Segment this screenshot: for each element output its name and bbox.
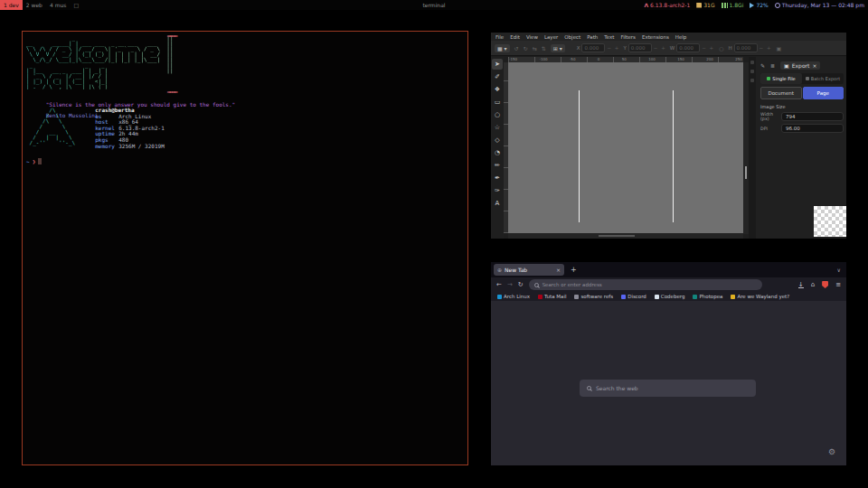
box-3d-tool[interactable]: ◇ bbox=[492, 135, 503, 145]
coordinate-field[interactable]: Y 0.000 − + bbox=[623, 43, 665, 52]
rotate-cw-icon[interactable]: ↻ bbox=[524, 45, 528, 52]
node-tool[interactable]: ✐ bbox=[492, 71, 503, 82]
stepper-buttons[interactable]: − + bbox=[760, 45, 772, 51]
forward-icon[interactable]: → bbox=[507, 281, 513, 288]
stepper-buttons[interactable]: − + bbox=[654, 45, 666, 51]
home-icon[interactable]: ⌂ bbox=[811, 281, 815, 288]
exclamation-cap-top: ════ bbox=[167, 33, 176, 39]
menu-item[interactable]: Help bbox=[675, 34, 687, 40]
pen-tool[interactable]: ✒ bbox=[492, 173, 503, 183]
snap-option-icon[interactable] bbox=[750, 79, 754, 82]
page-border-line bbox=[579, 90, 580, 222]
rotate-ccw-icon[interactable]: ↺ bbox=[514, 45, 519, 52]
url-placeholder: Search or enter address bbox=[542, 282, 602, 287]
bookmarks-bar: Arch Linux Tuta Mail software refs Disco… bbox=[491, 292, 846, 301]
export-panel-tab[interactable]: ▣ Export × bbox=[780, 61, 820, 70]
lock-ratio-icon[interactable]: ○ bbox=[719, 45, 723, 52]
selector-mode-dropdown[interactable]: ▦ ▾ bbox=[495, 44, 510, 52]
search-icon bbox=[587, 386, 591, 390]
browser-nav-bar: ← → ↻ Search or enter address ↓ ⌂ ≡ bbox=[491, 277, 846, 292]
scale-options-icon[interactable]: ▣ bbox=[777, 45, 782, 52]
reload-icon[interactable]: ↻ bbox=[518, 281, 524, 288]
snap-option-icon[interactable] bbox=[750, 70, 754, 73]
bookmark-item[interactable]: Discord bbox=[621, 294, 646, 299]
export-target-button[interactable]: Document bbox=[760, 87, 802, 99]
photopea-favicon bbox=[693, 295, 697, 299]
stepper-buttons[interactable]: − + bbox=[607, 45, 619, 51]
calligraphy-tool[interactable]: ✑ bbox=[492, 185, 503, 196]
objects-panel-icon[interactable]: ✎ bbox=[760, 62, 765, 69]
snap-toolbar bbox=[749, 57, 756, 239]
menu-item[interactable]: Object bbox=[564, 34, 580, 40]
flip-horizontal-icon[interactable]: ⇆ bbox=[533, 45, 537, 52]
inkscape-toolbox: ➤ ✐ ❖ ▭ ○ ☆ bbox=[491, 57, 504, 239]
scrollbar-thumb[interactable] bbox=[745, 166, 747, 179]
rectangle-tool[interactable]: ▭ bbox=[492, 97, 503, 108]
inkscape-tool-controls-bar: ▦ ▾ ↺ ↻ ⇆ ⇅ ⊞ ▾ X 0.000 − + Y bbox=[491, 41, 846, 56]
tuta-mail-favicon bbox=[538, 295, 542, 299]
star-tool[interactable]: ☆ bbox=[492, 122, 503, 133]
search-icon bbox=[534, 283, 539, 287]
selector-tool[interactable]: ➤ bbox=[492, 59, 503, 70]
menu-item[interactable]: Edit bbox=[510, 34, 520, 40]
export-mode-icon bbox=[767, 77, 770, 80]
folder-icon bbox=[574, 295, 579, 299]
menu-item[interactable]: View bbox=[526, 34, 538, 40]
downloads-icon[interactable]: ↓ bbox=[798, 282, 804, 288]
back-icon[interactable]: ← bbox=[496, 281, 502, 288]
flip-vertical-icon[interactable]: ⇅ bbox=[542, 45, 546, 52]
tab-list-chevron-icon[interactable]: ∨ bbox=[837, 267, 841, 273]
menu-item[interactable]: Text bbox=[604, 34, 614, 40]
spiral-tool[interactable]: ◔ bbox=[492, 147, 503, 158]
width-input[interactable]: 794 bbox=[781, 112, 844, 121]
snap-dropdown[interactable]: ⊞ ▾ bbox=[551, 44, 565, 52]
browser-window: ⊕ New Tab × + ∨ ← → ↻ Search or enter ad… bbox=[491, 262, 846, 465]
pencil-tool[interactable]: ✏ bbox=[492, 160, 503, 171]
menu-icon[interactable]: ≡ bbox=[835, 281, 841, 288]
bookmark-item[interactable]: Codeberg bbox=[655, 294, 685, 299]
personalize-gear-icon[interactable]: ⚙ bbox=[828, 447, 835, 456]
bookmark-item[interactable]: Tuta Mail bbox=[538, 294, 566, 299]
menu-item[interactable]: File bbox=[495, 34, 504, 40]
width-label: Width (px) bbox=[760, 112, 778, 121]
dpi-input[interactable]: 96.00 bbox=[781, 124, 844, 133]
url-bar[interactable]: Search or enter address bbox=[529, 279, 762, 290]
web-search-box[interactable]: Search the web bbox=[580, 380, 756, 397]
text-tool[interactable]: A bbox=[492, 198, 503, 209]
close-tab-icon[interactable]: × bbox=[812, 62, 816, 69]
bookmark-item[interactable]: software refs bbox=[574, 294, 613, 299]
globe-icon: ⊕ bbox=[497, 267, 502, 273]
coordinate-field-h[interactable]: H 0.000 − + bbox=[728, 43, 771, 52]
inkscape-canvas[interactable] bbox=[508, 62, 743, 234]
ublock-origin-icon[interactable] bbox=[822, 281, 828, 288]
scrollbar-thumb[interactable] bbox=[599, 235, 635, 237]
coordinate-field[interactable]: W 0.000 − + bbox=[670, 43, 714, 52]
system-fetch: /\ / \ /\ \ / \ / __ \ / | | \ /_-'' ''-… bbox=[26, 108, 165, 149]
export-mode-tab[interactable]: Batch Export bbox=[802, 73, 844, 84]
export-preview-checkerboard bbox=[814, 206, 846, 237]
coordinate-field[interactable]: X 0.000 − + bbox=[577, 43, 620, 52]
tab-title: New Tab bbox=[505, 267, 527, 273]
shell-prompt[interactable]: ~ ❯ bbox=[26, 158, 42, 164]
exclamation-cap-bottom: ════ bbox=[167, 89, 176, 95]
active-tab[interactable]: ⊕ New Tab × bbox=[494, 264, 564, 276]
stepper-buttons[interactable]: − + bbox=[702, 45, 714, 51]
snap-option-icon[interactable] bbox=[750, 61, 754, 64]
canvas-horizontal-scrollbar[interactable] bbox=[508, 233, 743, 239]
bookmark-item[interactable]: Are we Wayland yet? bbox=[731, 294, 789, 299]
close-tab-icon[interactable]: × bbox=[556, 267, 561, 273]
export-target-button[interactable]: Page bbox=[803, 87, 844, 99]
inkscape-window: File Edit View Layer Object Path Text Fi… bbox=[491, 33, 846, 239]
layers-panel-icon[interactable]: ≣ bbox=[770, 62, 775, 69]
ellipse-tool[interactable]: ○ bbox=[492, 109, 503, 120]
new-tab-button[interactable]: + bbox=[571, 266, 577, 274]
menu-item[interactable]: Layer bbox=[544, 34, 558, 40]
bookmark-item[interactable]: Arch Linux bbox=[497, 294, 530, 299]
menu-item[interactable]: Filters bbox=[620, 34, 636, 40]
menu-item[interactable]: Extensions bbox=[642, 34, 669, 40]
shape-builder-tool[interactable]: ❖ bbox=[492, 84, 503, 95]
export-mode-tab[interactable]: Single File bbox=[760, 73, 802, 84]
menu-item[interactable]: Path bbox=[587, 34, 598, 40]
bookmark-item[interactable]: Photopea bbox=[693, 294, 722, 299]
fetch-row: memory 3256M / 32019M bbox=[95, 144, 165, 150]
